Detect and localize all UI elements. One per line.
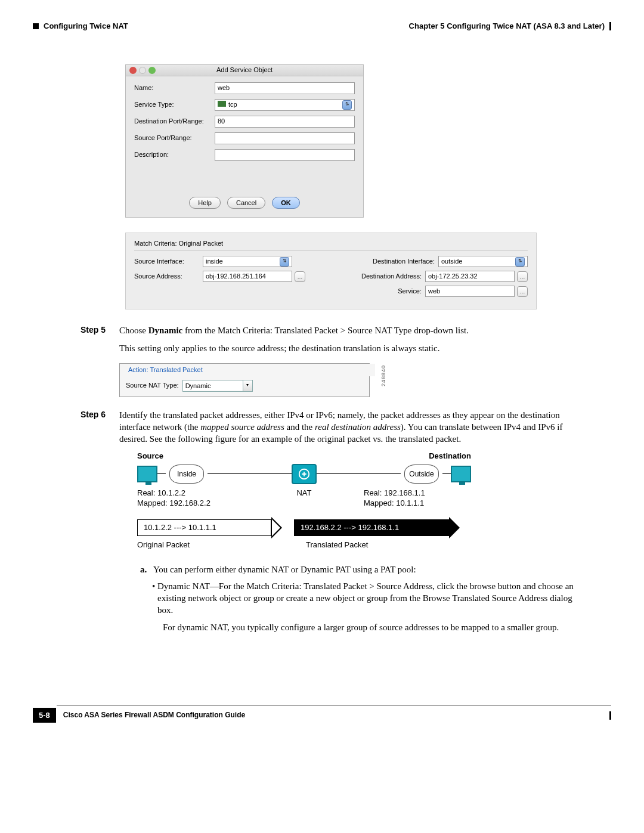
cancel-button[interactable]: Cancel bbox=[227, 197, 265, 209]
step-5-follow: This setting only applies to the source … bbox=[119, 342, 584, 354]
nat-label: NAT bbox=[244, 488, 364, 509]
step-6: Step 6 Identify the translated packet ad… bbox=[80, 409, 611, 445]
dst-if-label: Destination Interface: bbox=[358, 257, 438, 266]
ok-button[interactable]: OK bbox=[272, 197, 300, 209]
action-translated-panel: Action: Translated Packet Source NAT Typ… bbox=[119, 363, 370, 397]
tcp-icon bbox=[218, 101, 226, 107]
action-legend: Action: Translated Packet bbox=[126, 364, 375, 376]
source-heading: Source bbox=[137, 451, 163, 462]
arrow-right-icon bbox=[271, 517, 282, 538]
real-right: Real: 192.168.1.1 bbox=[364, 488, 471, 498]
arrow-right-icon bbox=[449, 517, 460, 538]
bullet-dynamic-nat: • Dynamic NAT—For the Match Criteria: Tr… bbox=[152, 580, 581, 617]
match-criteria-panel: Match Criteria: Original Packet Source I… bbox=[125, 233, 537, 309]
destination-heading: Destination bbox=[429, 451, 471, 462]
step-5: Step 5 Choose Dynamic from the Match Cri… bbox=[80, 324, 611, 336]
real-left: Real: 10.1.2.2 bbox=[137, 488, 244, 498]
help-button[interactable]: Help bbox=[189, 197, 221, 209]
bullet-icon: • bbox=[152, 580, 157, 617]
translated-packet-label: Translated Packet bbox=[306, 540, 368, 550]
dst-addr-label: Destination Address: bbox=[345, 272, 425, 281]
chevron-updown-icon[interactable]: ⇅ bbox=[280, 257, 289, 267]
service-type-label: Service Type: bbox=[134, 100, 215, 109]
name-label: Name: bbox=[134, 83, 215, 92]
source-host-icon bbox=[137, 466, 157, 482]
close-icon[interactable] bbox=[129, 67, 137, 74]
header-bar-icon bbox=[609, 22, 611, 30]
header-chapter: Chapter 5 Configuring Twice NAT (ASA 8.3… bbox=[409, 21, 605, 32]
src-addr-input[interactable]: obj-192.168.251.164 bbox=[203, 271, 292, 282]
source-nat-type-value[interactable] bbox=[183, 381, 243, 391]
sub-a-text: You can perform either dynamic NAT or Dy… bbox=[153, 563, 416, 575]
dest-port-input[interactable]: 80 bbox=[215, 116, 355, 128]
page-footer: 5-8 Cisco ASA Series Firewall ASDM Confi… bbox=[33, 705, 611, 723]
bullet-text: Dynamic NAT—For the Match Criteria: Tran… bbox=[157, 580, 581, 617]
original-packet-label: Original Packet bbox=[137, 540, 271, 550]
chevron-updown-icon[interactable]: ⇅ bbox=[515, 257, 525, 267]
original-arrow: 10.1.2.2 ---> 10.1.1.1 bbox=[137, 519, 271, 536]
destination-host-icon bbox=[451, 466, 471, 482]
dialog-titlebar[interactable]: Add Service Object bbox=[126, 65, 363, 76]
header-section: Configuring Twice NAT bbox=[44, 21, 128, 32]
zoom-icon[interactable] bbox=[148, 67, 156, 74]
step-text: Identify the translated packet addresses… bbox=[119, 409, 584, 445]
step-label: Step 6 bbox=[80, 409, 119, 445]
minimize-icon[interactable] bbox=[139, 67, 146, 74]
src-addr-label: Source Address: bbox=[134, 272, 203, 281]
description-label: Description: bbox=[134, 150, 215, 159]
service-label: Service: bbox=[345, 287, 425, 296]
browse-button[interactable]: … bbox=[295, 271, 305, 282]
src-if-select[interactable]: inside ⇅ bbox=[203, 256, 292, 267]
panel-title: Match Criteria: Original Packet bbox=[134, 239, 528, 251]
chevron-updown-icon[interactable]: ⇅ bbox=[342, 100, 352, 110]
footer-title: Cisco ASA Series Firewall ASDM Configura… bbox=[63, 710, 245, 720]
page-header: Configuring Twice NAT Chapter 5 Configur… bbox=[33, 21, 611, 32]
header-square-icon bbox=[33, 23, 39, 29]
dst-if-select[interactable]: outside ⇅ bbox=[438, 256, 528, 267]
src-port-label: Source Port/Range: bbox=[134, 134, 215, 143]
dst-addr-input[interactable]: obj-172.25.23.32 bbox=[425, 271, 515, 282]
mapped-left: Mapped: 192.168.2.2 bbox=[137, 498, 244, 509]
chevron-down-icon[interactable]: ▾ bbox=[243, 380, 252, 391]
browse-button[interactable]: … bbox=[517, 286, 528, 297]
inside-cloud: Inside bbox=[169, 465, 204, 484]
name-input[interactable]: web bbox=[215, 82, 355, 94]
service-input[interactable]: web bbox=[425, 286, 515, 297]
source-nat-type-select[interactable]: ▾ bbox=[182, 380, 253, 392]
dialog-title: Add Service Object bbox=[126, 66, 363, 75]
sub-item-a: a. You can perform either dynamic NAT or… bbox=[140, 563, 581, 575]
mapped-right: Mapped: 10.1.1.1 bbox=[364, 498, 471, 509]
browse-button[interactable]: … bbox=[517, 271, 528, 282]
src-if-label: Source Interface: bbox=[134, 257, 203, 266]
step-text: Choose Dynamic from the Match Criteria: … bbox=[119, 324, 584, 336]
outside-cloud: Outside bbox=[404, 465, 439, 484]
footer-bar-icon bbox=[609, 711, 611, 720]
nat-diagram: Source Destination Inside Outside Real: … bbox=[137, 451, 471, 550]
description-input[interactable] bbox=[215, 149, 355, 161]
translated-arrow: 192.168.2.2 ---> 192.168.1.1 bbox=[294, 519, 449, 536]
source-nat-type-label: Source NAT Type: bbox=[126, 381, 179, 390]
list-letter: a. bbox=[140, 563, 153, 575]
step-label: Step 5 bbox=[80, 324, 119, 336]
bullet-follow: For dynamic NAT, you typically configure… bbox=[163, 621, 581, 633]
figure-id: 248840 bbox=[380, 365, 387, 386]
src-port-input[interactable] bbox=[215, 132, 355, 144]
nat-router-icon bbox=[292, 464, 317, 484]
service-type-select[interactable]: tcp ⇅ bbox=[215, 99, 355, 111]
page-number: 5-8 bbox=[33, 708, 56, 723]
dest-port-label: Destination Port/Range: bbox=[134, 117, 215, 126]
add-service-object-dialog: Add Service Object Name: web Service Typ… bbox=[125, 64, 364, 218]
